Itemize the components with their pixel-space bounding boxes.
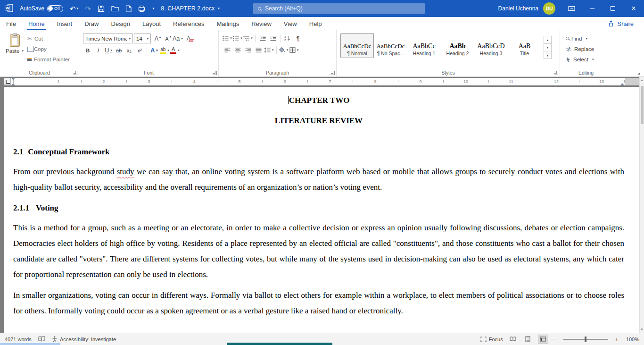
style-no-spacing[interactable]: AaBbCcDc ¶ No Spac... — [374, 33, 407, 58]
share-button[interactable]: Share — [608, 17, 634, 30]
paragraph-dialog-launcher-icon[interactable] — [330, 71, 335, 75]
horizontal-ruler[interactable]: 1 2 3 4 5 6 7 8 9 10 11 12 13 — [4, 78, 639, 85]
document-title-menu[interactable]: 8. CHAPTER 2.docx ▾ — [161, 5, 219, 12]
tab-insert[interactable]: Insert — [51, 17, 79, 30]
font-name-combobox[interactable]: Times New Roma ▾ — [83, 34, 133, 43]
search-input[interactable]: Search (Alt+Q) — [253, 3, 425, 14]
autosave-control[interactable]: AutoSave Off — [20, 5, 63, 12]
bullets-button[interactable]: ▾ — [223, 34, 232, 43]
redo-button[interactable]: ↷ — [85, 5, 91, 12]
tab-review[interactable]: Review — [245, 17, 278, 30]
underline-button[interactable]: U▾ — [104, 46, 113, 55]
print-button[interactable] — [138, 5, 145, 12]
justify-button[interactable] — [254, 45, 263, 55]
user-name[interactable]: Daniel Uchenna — [498, 5, 538, 12]
strikethrough-button[interactable]: ab — [114, 46, 124, 55]
autosave-toggle[interactable]: Off — [47, 5, 63, 12]
web-layout-button[interactable] — [538, 335, 548, 344]
scrollbar-thumb[interactable] — [641, 86, 644, 124]
quick-access-customize-button[interactable]: ▾ — [152, 7, 155, 10]
right-indent-marker[interactable] — [620, 83, 624, 85]
subscript-button[interactable]: x₂ — [124, 46, 134, 55]
increase-indent-button[interactable] — [268, 34, 278, 43]
minimize-button[interactable] — [582, 0, 603, 17]
style-heading-2[interactable]: AaBb Heading 2 — [441, 33, 474, 58]
word-count[interactable]: 4071 words — [5, 337, 32, 342]
align-center-button[interactable] — [233, 45, 242, 55]
line-spacing-button[interactable]: ▾ — [264, 45, 274, 55]
font-dialog-launcher-icon[interactable] — [213, 71, 217, 75]
tab-help[interactable]: Help — [303, 17, 328, 30]
page[interactable]: CHAPTER TWO LITERATURE REVIEW 2.1Concept… — [4, 87, 639, 333]
font-size-combobox[interactable]: 14 ▾ — [134, 34, 151, 43]
close-button[interactable]: × — [623, 0, 644, 17]
zoom-out-button[interactable]: − — [553, 336, 557, 343]
align-left-button[interactable] — [223, 45, 232, 55]
highlight-color-button[interactable]: ab ▾ — [160, 46, 169, 55]
font-color-button[interactable]: A ▾ — [170, 46, 180, 55]
style-title[interactable]: AaB Title — [508, 33, 541, 58]
style-heading-3[interactable]: AaBbCcD Heading 3 — [474, 33, 508, 58]
select-button[interactable]: Select ▾ — [566, 55, 612, 64]
cut-button[interactable]: ✂ Cut — [27, 34, 70, 43]
styles-scroll-up-button[interactable]: ▴ — [544, 36, 552, 44]
replace-button[interactable]: Replace — [566, 44, 612, 53]
vertical-scrollbar[interactable]: ▲ ▼ — [639, 77, 644, 333]
ribbon-display-options-button[interactable] — [561, 0, 582, 17]
hanging-indent-marker[interactable] — [11, 83, 15, 85]
shading-button[interactable]: ▾ — [279, 45, 289, 55]
new-document-button[interactable] — [125, 5, 132, 12]
paste-button[interactable]: Paste▾ — [4, 34, 25, 64]
text-effects-button[interactable]: A▾ — [149, 46, 159, 55]
tab-draw[interactable]: Draw — [78, 17, 105, 30]
shrink-font-button[interactable]: A▾ — [162, 34, 172, 43]
tab-design[interactable]: Design — [105, 17, 136, 30]
clipboard-dialog-launcher-icon[interactable] — [73, 71, 77, 75]
first-line-indent-marker[interactable] — [11, 78, 15, 80]
styles-scroll-down-button[interactable]: ▾ — [544, 43, 552, 51]
style-heading-1[interactable]: AaBbCc Heading 1 — [407, 33, 441, 58]
zoom-slider-thumb[interactable] — [585, 337, 586, 342]
numbering-button[interactable]: ▾ — [233, 34, 242, 43]
tab-layout[interactable]: Layout — [136, 17, 167, 30]
styles-gallery-more-button[interactable]: ▾ — [544, 51, 552, 59]
change-case-button[interactable]: Aa▾ — [173, 34, 183, 43]
copy-button[interactable]: Copy — [27, 45, 70, 53]
focus-button[interactable]: Focus — [480, 337, 503, 342]
tab-view[interactable]: View — [278, 17, 303, 30]
undo-button[interactable]: ↶ ▾ — [70, 5, 78, 12]
tab-mailings[interactable]: Mailings — [211, 17, 246, 30]
find-button[interactable]: Find ▾ — [566, 34, 612, 43]
grow-font-button[interactable]: A▴ — [152, 34, 161, 43]
italic-button[interactable]: I — [93, 46, 103, 55]
align-right-button[interactable] — [243, 45, 253, 55]
open-button[interactable] — [111, 5, 119, 12]
save-button[interactable] — [98, 5, 105, 12]
bold-button[interactable]: B — [83, 46, 92, 55]
show-formatting-marks-button[interactable]: ¶ — [293, 34, 303, 43]
print-layout-button[interactable] — [523, 335, 533, 344]
zoom-in-button[interactable]: + — [615, 336, 619, 343]
tab-home[interactable]: Home — [22, 17, 51, 30]
zoom-level[interactable]: 100% — [626, 337, 639, 342]
document-canvas[interactable]: CHAPTER TWO LITERATURE REVIEW 2.1Concept… — [0, 86, 639, 333]
word-app-icon[interactable]: W — [5, 4, 13, 14]
superscript-button[interactable]: x² — [135, 46, 144, 55]
collapse-ribbon-icon[interactable]: ▴ — [638, 71, 640, 76]
zoom-slider[interactable] — [563, 339, 608, 340]
proofing-status-button[interactable] — [38, 336, 45, 342]
format-painter-button[interactable]: Format Painter — [27, 55, 70, 64]
borders-button[interactable]: ▾ — [289, 45, 299, 55]
avatar[interactable]: DU — [543, 2, 555, 15]
maximize-button[interactable] — [603, 0, 623, 17]
read-mode-button[interactable] — [508, 335, 518, 344]
style-normal[interactable]: AaBbCcDc ¶ Normal — [340, 33, 374, 58]
tab-references[interactable]: References — [167, 17, 210, 30]
tab-file[interactable]: File — [0, 17, 22, 30]
decrease-indent-button[interactable] — [258, 34, 267, 43]
clear-formatting-button[interactable]: A — [184, 34, 193, 43]
multilevel-list-button[interactable]: ▾ — [243, 34, 253, 43]
scroll-up-icon[interactable]: ▲ — [640, 77, 644, 84]
accessibility-status-button[interactable]: Accessibility: Investigate — [52, 336, 116, 342]
styles-dialog-launcher-icon[interactable] — [554, 71, 558, 75]
